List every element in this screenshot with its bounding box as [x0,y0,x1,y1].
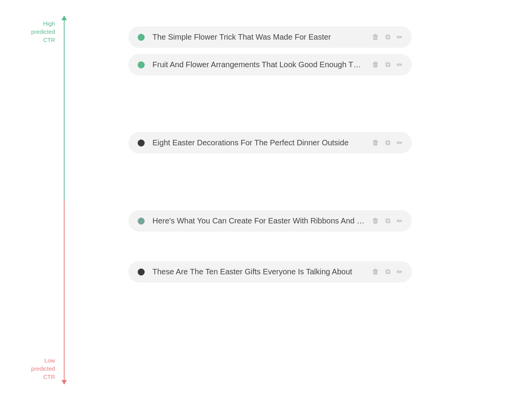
delete-icon[interactable]: 🗑 [372,61,379,69]
spacer [128,157,412,207]
edit-icon[interactable]: ✏ [397,33,402,42]
item-title: These Are The Ten Easter Gifts Everyone … [152,267,352,276]
delete-icon[interactable]: 🗑 [372,139,379,147]
high-label-line1: High [43,19,55,28]
item-card-1: The Simple Flower Trick That Was Made Fo… [128,26,412,48]
low-label-line3: CTR [43,373,55,381]
item-card-4: Here's What You Can Create For Easter Wi… [128,210,412,232]
dot-indicator [138,34,145,41]
high-label-line3: CTR [43,36,55,44]
arrow-up-icon [61,16,67,20]
copy-icon[interactable]: ⧉ [385,139,390,147]
spacer [128,78,412,129]
dot-indicator [138,218,145,225]
axis-line-bottom [64,200,65,380]
list-item: The Simple Flower Trick That Was Made Fo… [128,23,412,51]
spacer [128,235,412,258]
item-title: Eight Easter Decorations For The Perfect… [152,138,348,147]
axis-line [58,16,70,385]
edit-icon[interactable]: ✏ [397,139,402,147]
item-title: The Simple Flower Trick That Was Made Fo… [152,33,331,42]
list-item: These Are The Ten Easter Gifts Everyone … [128,258,412,286]
copy-icon[interactable]: ⧉ [385,268,390,276]
dot-indicator [138,268,145,275]
item-actions: 🗑 ⧉ ✏ [372,139,402,147]
copy-icon[interactable]: ⧉ [385,33,390,41]
axis-line-top [64,20,65,200]
low-label-line2: predicted [31,364,55,373]
edit-icon[interactable]: ✏ [397,61,402,69]
item-actions: 🗑 ⧉ ✏ [372,217,402,225]
item-card-3: Eight Easter Decorations For The Perfect… [128,132,412,153]
high-ctr-label: High predicted CTR [31,19,55,44]
low-label-line1: Low [44,356,55,364]
item-title: Fruit And Flower Arrangements That Look … [152,60,361,69]
item-title: Here's What You Can Create For Easter Wi… [152,216,364,225]
item-actions: 🗑 ⧉ ✏ [372,268,402,276]
edit-icon[interactable]: ✏ [397,217,402,225]
item-actions: 🗑 ⧉ ✏ [372,33,402,42]
list-item: Here's What You Can Create For Easter Wi… [128,207,412,235]
dot-indicator [138,139,145,146]
copy-icon[interactable]: ⧉ [385,61,390,69]
items-list: The Simple Flower Trick That Was Made Fo… [121,16,412,385]
copy-icon[interactable]: ⧉ [385,217,390,225]
item-card-2: Fruit And Flower Arrangements That Look … [128,54,412,75]
delete-icon[interactable]: 🗑 [372,217,379,225]
item-actions: 🗑 ⧉ ✏ [372,61,402,69]
arrow-down-icon [61,380,67,385]
edit-icon[interactable]: ✏ [397,268,402,276]
list-item: Fruit And Flower Arrangements That Look … [128,51,412,78]
dot-indicator [138,61,145,68]
low-ctr-label: Low predicted CTR [31,356,55,381]
delete-icon[interactable]: 🗑 [372,268,379,276]
high-label-line2: predicted [31,28,55,36]
item-card-5: These Are The Ten Easter Gifts Everyone … [128,261,412,282]
list-item: Eight Easter Decorations For The Perfect… [128,129,412,157]
delete-icon[interactable]: 🗑 [372,33,379,41]
